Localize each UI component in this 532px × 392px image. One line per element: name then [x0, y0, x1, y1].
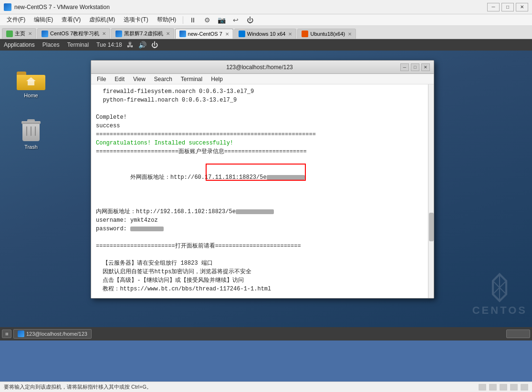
revert-button[interactable]: ↩ [229, 15, 242, 25]
terminal-close[interactable]: ✕ [421, 63, 430, 71]
tab-win10-close[interactable]: ✕ [288, 31, 292, 37]
menu-view[interactable]: 查看(V) [58, 15, 84, 25]
term-line-https: 因默认启用自签证书https加密访问，浏览器将提示不安全 [96, 268, 423, 276]
applications-menu[interactable]: Applications [4, 41, 35, 48]
tab-home-close[interactable]: ✕ [28, 31, 32, 36]
tab-ubuntu18[interactable]: Ubuntu18(x64) ✕ [297, 29, 356, 39]
internal-url-redacted [236, 209, 274, 214]
tab-synology-label: 黑群辉7.2虚拟机 [124, 30, 163, 37]
menu-tabs[interactable]: 选项卡(T) [120, 15, 152, 25]
term-line-2: python-firewall.noarch 0:0.6.3-13.el7_9 [96, 96, 423, 104]
terminal-title: 123@localhost:/home/123 [119, 64, 400, 71]
tab-centos7-learn-close[interactable]: ✕ [102, 31, 106, 36]
term-line-advanced: 点击【高级】-【继续访问】或【接受风险并继续】访问 [96, 276, 423, 285]
maximize-button[interactable]: □ [501, 3, 514, 11]
terminal-window-controls: ─ □ ✕ [400, 63, 430, 71]
applications-label: Applications [4, 41, 35, 48]
term-line-complete: Complete! [96, 113, 423, 122]
tab-new-centos7-icon [179, 31, 186, 37]
power-button[interactable]: ⏻ [243, 15, 257, 25]
desktop-icon-trash[interactable]: Trash [14, 117, 48, 152]
scrollbar-thumb[interactable] [429, 213, 434, 241]
menu-edit[interactable]: 编辑(E) [30, 15, 57, 25]
menu-vm[interactable]: 虚拟机(M) [85, 15, 119, 25]
status-icon-3 [500, 384, 507, 391]
term-line-sep2: =======================打开面板前请看==========… [96, 242, 423, 250]
tab-win10[interactable]: Windows 10 x64 ✕ [234, 29, 297, 39]
guest-taskbar: ⊞ 123@localhost:/home/123 [0, 327, 532, 340]
terminal-titlebar: 123@localhost:/home/123 ─ □ ✕ [91, 61, 434, 74]
terminal-body[interactable]: firewalld-filesystem.noarch 0:0.6.3-13.e… [91, 84, 428, 298]
menu-file[interactable]: 文件(F) [3, 15, 29, 25]
trash-icon-label: Trash [24, 144, 38, 150]
status-message: 要将输入定向到该虚拟机，请将鼠标指针移入其中或按 Ctrl+G。 [4, 383, 152, 391]
home-icon-label: Home [24, 93, 38, 98]
toolbar-separator [183, 16, 183, 24]
guest-desktop: Home Trash CENTOS 123@localhost:/hom [0, 51, 532, 340]
term-menu-search[interactable]: Search [150, 75, 176, 83]
pause-button[interactable]: ⏸ [186, 15, 199, 25]
tab-win10-icon [239, 31, 245, 37]
desktop-icon-home[interactable]: Home [14, 65, 48, 100]
tab-new-centos7-label: new-CentOS 7 [188, 31, 222, 37]
network-icon: 🖧 [127, 41, 134, 49]
tab-ubuntu18-close[interactable]: ✕ [348, 31, 352, 37]
term-line-external-url: 外网面板地址：http://60.17.11.181:18823/5e [96, 165, 423, 207]
status-icon-2 [489, 384, 497, 391]
taskbar-right-area [506, 330, 530, 338]
taskbar-terminal-icon [18, 330, 24, 337]
centos-logo-svg [483, 271, 516, 304]
close-button[interactable]: ✕ [516, 3, 528, 11]
tab-synology-icon [115, 31, 122, 37]
folder-graphic [17, 67, 45, 91]
minimize-button[interactable]: ─ [487, 3, 500, 11]
term-menu-terminal[interactable]: Terminal [177, 75, 206, 83]
taskbar-terminal-item[interactable]: 123@localhost:/home/123 [13, 329, 92, 339]
terminal-menu[interactable]: Terminal [67, 41, 89, 48]
term-line-blank3 [96, 250, 423, 259]
tab-centos7-learn-label: CentOS 7教程学习机 [50, 30, 99, 37]
status-icon-5 [521, 384, 528, 391]
window-controls: ─ □ ✕ [487, 3, 528, 11]
tab-home[interactable]: 主页 ✕ [2, 28, 36, 39]
vm-settings-button[interactable]: ⚙ [200, 15, 214, 25]
terminal-content-wrap: firewalld-filesystem.noarch 0:0.6.3-13.e… [91, 84, 434, 298]
trash-graphic [21, 119, 41, 142]
volume-icon[interactable]: 🔊 [138, 41, 146, 49]
tab-home-icon [6, 31, 13, 37]
tab-synology-close[interactable]: ✕ [166, 31, 170, 36]
vmware-title-left: new-CentOS 7 - VMware Workstation [4, 3, 110, 11]
term-menu-view[interactable]: View [129, 75, 149, 83]
term-line-congrats: Congratulations! Installed successfully! [96, 139, 423, 147]
password-redacted [130, 227, 164, 231]
term-menu-file[interactable]: File [93, 75, 110, 83]
tab-ubuntu18-icon [302, 31, 308, 37]
term-menu-edit[interactable]: Edit [111, 75, 128, 83]
terminal-maximize[interactable]: □ [411, 63, 419, 71]
term-line-password: password: [96, 225, 423, 233]
vmware-titlebar: new-CentOS 7 - VMware Workstation ─ □ ✕ [0, 0, 532, 14]
tab-synology[interactable]: 黑群辉7.2虚拟机 ✕ [111, 28, 174, 39]
power-icon[interactable]: ⏻ [151, 41, 158, 49]
tab-ubuntu18-label: Ubuntu18(x64) [310, 31, 345, 37]
term-line-blank4 [96, 293, 423, 298]
term-line-1: firewalld-filesystem.noarch 0:0.6.3-13.e… [96, 87, 423, 96]
term-line-cloud: 【云服务器】请在安全组放行 18823 端口 [96, 259, 423, 268]
tab-centos7-learn[interactable]: CentOS 7教程学习机 ✕ [37, 28, 110, 39]
term-line-3 [96, 104, 423, 113]
guest-topbar: Applications Places Terminal Tue 14:18 🖧… [0, 39, 532, 51]
term-line-sep1: ========================================… [96, 130, 423, 139]
terminal-minimize[interactable]: ─ [400, 63, 409, 71]
term-line-username: username: ymkt4zoz [96, 216, 423, 225]
external-url-redacted [267, 175, 305, 180]
vmware-title: new-CentOS 7 - VMware Workstation [14, 4, 110, 10]
taskbar-desktop-btn[interactable]: ⊞ [2, 330, 11, 338]
tab-new-centos7-close[interactable]: ✕ [225, 31, 229, 37]
term-menu-help[interactable]: Help [207, 75, 227, 83]
tab-new-centos7[interactable]: new-CentOS 7 ✕ [175, 29, 233, 39]
clock: Tue 14:18 [96, 41, 122, 48]
menu-help[interactable]: 帮助(H) [153, 15, 180, 25]
terminal-scrollbar[interactable] [428, 84, 434, 298]
places-menu[interactable]: Places [42, 41, 60, 48]
snapshot-button[interactable]: 📷 [215, 15, 228, 25]
